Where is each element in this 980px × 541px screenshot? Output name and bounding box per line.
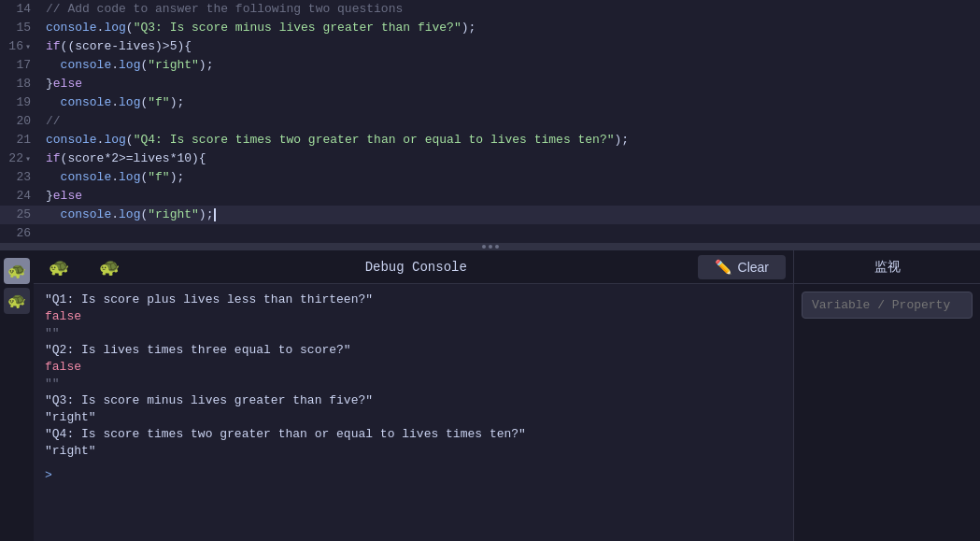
code-line-14: 14 // Add code to answer the following t… [0, 0, 980, 19]
watch-input-area [794, 284, 980, 326]
clear-button[interactable]: ✏️ Clear [698, 255, 786, 279]
code-line-20: 20 // [0, 112, 980, 131]
code-line-15: 15 console.log("Q3: Is score minus lives… [0, 19, 980, 37]
resize-handle[interactable] [0, 243, 980, 250]
code-line-17: 17 console.log("right"); [0, 56, 980, 75]
code-line-23: 23 console.log("f"); [0, 168, 980, 187]
code-editor: 14 // Add code to answer the following t… [0, 0, 980, 243]
code-line-16: 16▾ if((score-lives)>5){ [0, 37, 980, 56]
turtle-tab-icon-2: 🐢 [99, 257, 120, 278]
sidebar-btn-2[interactable]: 🐢 [4, 288, 30, 314]
code-line-21: 21 console.log("Q4: Is score times two g… [0, 131, 980, 149]
line-num-22: 22▾ [0, 149, 42, 169]
turtle-icon-2: 🐢 [7, 292, 26, 310]
console-line-false-1: false [45, 308, 782, 325]
line-content-20: // [42, 112, 980, 131]
code-line-24: 24 }else [0, 187, 980, 206]
console-line-q1: "Q1: Is score plus lives less than thirt… [45, 292, 782, 308]
line-content-24: }else [42, 187, 980, 206]
line-content-19: console.log("f"); [42, 93, 980, 112]
resize-dots [482, 245, 499, 249]
line-num-23: 23 [0, 168, 42, 187]
console-line-right-2: "right" [45, 443, 782, 460]
console-line-empty-2: "" [45, 376, 782, 392]
turtle-tab-icon-1: 🐢 [49, 257, 69, 278]
line-num-21: 21 [0, 131, 42, 149]
line-num-17: 17 [0, 56, 42, 75]
turtle-icon-1: 🐢 [7, 262, 26, 280]
line-content-17: console.log("right"); [42, 56, 980, 75]
debug-header: 🐢 🐢 Debug Console ✏️ Clear [34, 250, 793, 284]
line-num-19: 19 [0, 93, 42, 112]
console-line-false-2: false [45, 359, 782, 376]
left-sidebar: 🐢 🐢 [0, 250, 34, 541]
line-num-26: 26 [0, 224, 42, 243]
clear-label: Clear [738, 260, 769, 275]
resize-dot-3 [495, 245, 499, 249]
line-num-18: 18 [0, 75, 42, 93]
console-line-q3: "Q3: Is score minus lives greater than f… [45, 392, 782, 409]
resize-dot-1 [482, 245, 486, 249]
sidebar-btn-1[interactable]: 🐢 [4, 258, 30, 284]
debug-tab-2[interactable]: 🐢 [84, 250, 135, 284]
code-line-22: 22▾ if(score*2>=lives*10){ [0, 149, 980, 168]
console-line-q2: "Q2: Is lives times three equal to score… [45, 342, 782, 359]
debug-tab-1[interactable]: 🐢 [34, 250, 84, 284]
console-prompt: > [45, 467, 782, 484]
line-content-14: // Add code to answer the following two … [42, 0, 980, 19]
bottom-panel: 🐢 🐢 🐢 🐢 Debug Console ✏️ Clear "Q1: Is s… [0, 250, 980, 541]
line-content-16: if((score-lives)>5){ [42, 37, 980, 56]
line-num-16: 16▾ [0, 37, 42, 57]
code-line-19: 19 console.log("f"); [0, 93, 980, 112]
line-num-20: 20 [0, 112, 42, 131]
watch-title: 监视 [874, 259, 901, 276]
console-line-right-1: "right" [45, 409, 782, 426]
debug-content[interactable]: "Q1: Is score plus lives less than thirt… [34, 284, 793, 541]
code-line-25: 25 console.log("right"); [0, 206, 980, 224]
debug-main: 🐢 🐢 Debug Console ✏️ Clear "Q1: Is score… [34, 250, 793, 541]
console-line-q4: "Q4: Is score times two greater than or … [45, 426, 782, 443]
watch-panel: 监视 [793, 250, 980, 541]
line-num-24: 24 [0, 187, 42, 206]
resize-dot-2 [489, 245, 492, 249]
line-content-21: console.log("Q4: Is score times two grea… [42, 131, 980, 149]
code-line-18: 18 }else [0, 75, 980, 93]
watch-header: 监视 [794, 250, 980, 284]
line-num-14: 14 [0, 0, 42, 19]
debug-console-title: Debug Console [135, 260, 698, 275]
line-num-25: 25 [0, 206, 42, 224]
line-content-15: console.log("Q3: Is score minus lives gr… [42, 19, 980, 37]
line-num-15: 15 [0, 19, 42, 37]
line-content-18: }else [42, 75, 980, 93]
clear-icon: ✏️ [715, 259, 732, 276]
line-content-23: console.log("f"); [42, 168, 980, 187]
line-content-22: if(score*2>=lives*10){ [42, 149, 980, 168]
code-lines: 14 // Add code to answer the following t… [0, 0, 980, 243]
console-line-empty-1: "" [45, 325, 782, 342]
line-content-25: console.log("right"); [42, 206, 980, 224]
code-line-26: 26 [0, 224, 980, 243]
watch-input[interactable] [802, 292, 973, 319]
